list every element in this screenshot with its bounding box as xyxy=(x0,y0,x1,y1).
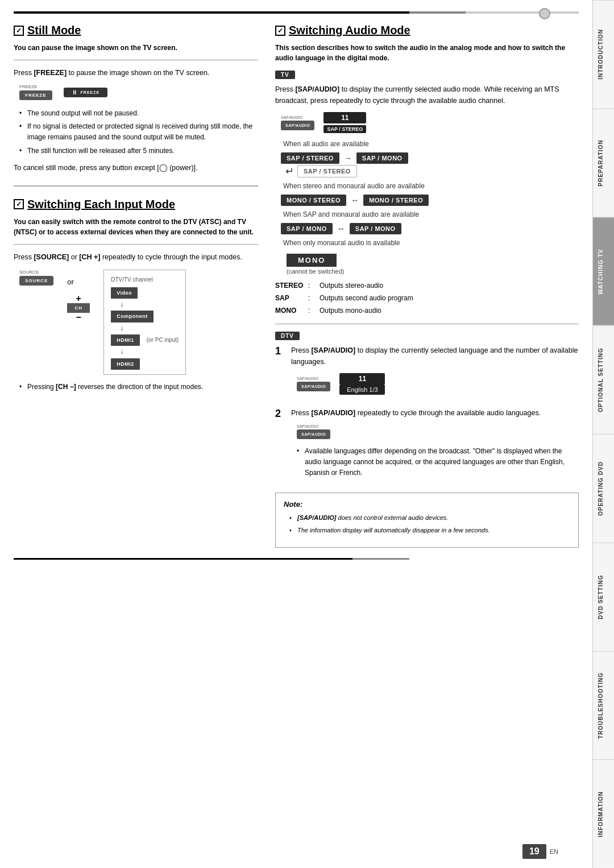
sap-mono-btn-2: SAP / MONO xyxy=(350,223,401,234)
step-num-1: 1 xyxy=(275,345,285,402)
sap-btn-group-3: SAP/AUDIO SAP/AUDIO xyxy=(297,424,330,439)
still-mode-body: Press [FREEZE] to pause the image shown … xyxy=(14,67,258,78)
switching-input-heading: ✓ Switching Each Input Mode xyxy=(14,198,258,211)
step-2-text: Press [SAP/AUDIO] repeatedly to cycle th… xyxy=(291,407,579,419)
tv-badge: TV xyxy=(275,71,295,79)
component-item: Component xyxy=(111,311,179,322)
mono-value: Outputs mono-audio xyxy=(320,305,381,316)
hdmi1-item: HDMI1 (or PC input) xyxy=(111,334,179,346)
bullet-3: The still function will be released afte… xyxy=(19,146,258,156)
switching-audio-title: Switching Audio Mode xyxy=(289,24,410,37)
sidebar-tab-operating-dvd[interactable]: OPERATING DVD xyxy=(593,434,614,543)
sap-button-2: SAP/AUDIO xyxy=(297,382,330,391)
freeze-remote-label: FREEZE xyxy=(81,90,100,94)
col-left: ✓ Still Mode You can pause the image sho… xyxy=(14,24,258,548)
sidebar-tab-information[interactable]: INFORMATION xyxy=(593,759,614,868)
display-11: 11 xyxy=(323,112,366,123)
stereo-mono-row: MONO / STEREO ↔ MONO / STEREO xyxy=(281,195,579,206)
stereo-value: Outputs stereo-audio xyxy=(320,280,383,291)
channel-flow-title: DTV/TV channel xyxy=(111,275,179,285)
top-rule xyxy=(14,11,579,14)
en-label: EN xyxy=(550,848,558,855)
arrow-both-2: ↔ xyxy=(337,224,345,233)
sidebar-tab-preparation[interactable]: PREPARATION xyxy=(593,109,614,217)
step-2: 2 Press [SAP/AUDIO] repeatedly to cycle … xyxy=(275,407,579,485)
sidebar-tab-watching-tv[interactable]: WATCHING TV xyxy=(593,217,614,326)
step-1: 1 Press [SAP/AUDIO] to display the curre… xyxy=(275,345,579,402)
source-btn-group: SOURCE SOURCE xyxy=(19,270,53,286)
section-rule-dtv xyxy=(275,324,579,324)
sidebar-tab-dvd-setting[interactable]: DVD SETTING xyxy=(593,543,614,651)
arrow-3: ↓ xyxy=(120,346,179,358)
switching-audio-section: ✓ Switching Audio Mode This section desc… xyxy=(275,24,579,548)
two-col-layout: ✓ Still Mode You can pause the image sho… xyxy=(14,24,579,548)
switching-input-title: Switching Each Input Mode xyxy=(27,198,175,211)
arrow-2: ↓ xyxy=(120,323,179,335)
step1-display-group: 11 English 1/3 xyxy=(339,373,385,395)
hdmi1-box: HDMI1 xyxy=(111,334,140,346)
audio-flow-diagrams: When all audio are available SAP / STERE… xyxy=(281,140,579,275)
note-title: Note: xyxy=(284,499,570,511)
sap-label-top-3: SAP/AUDIO xyxy=(297,424,330,428)
sidebar: INTRODUCTION PREPARATION WATCHING TV OPT… xyxy=(592,0,614,868)
sidebar-tab-optional-setting[interactable]: OPTIONAL SETTING xyxy=(593,325,614,434)
or-divider: or + CH − xyxy=(67,270,90,322)
sap-illus-3: SAP/AUDIO SAP/AUDIO xyxy=(297,424,579,439)
input-bullets: Pressing [CH −] reverses the direction o… xyxy=(14,382,258,392)
sidebar-tab-introduction[interactable]: INTRODUCTION xyxy=(593,0,614,109)
cannot-switch: (cannot be switched) xyxy=(287,268,579,275)
step1-display-11: 11 xyxy=(339,373,385,385)
sap-mono-label: When SAP and monaural audio are availabl… xyxy=(283,210,579,218)
sap-mono-row: SAP / MONO ↔ SAP / MONO xyxy=(281,223,579,234)
step-1-text: Press [SAP/AUDIO] to display the current… xyxy=(291,345,579,367)
freeze-button-illus: FREEZE FREEZE ⏸ FREEZE xyxy=(19,84,258,100)
ch-minus: − xyxy=(76,313,81,322)
component-box: Component xyxy=(111,311,154,322)
sap-def: SAP : Outputs second audio program xyxy=(275,293,579,303)
arrow-1: ↓ xyxy=(120,299,179,311)
sap-display-group: 11 SAP / STEREO xyxy=(323,112,366,133)
cancel-text: To cancel still mode, press any button e… xyxy=(14,162,258,174)
mono-display: MONO xyxy=(287,254,337,267)
sap-colon: : xyxy=(308,293,315,303)
stereo-key: STEREO xyxy=(275,280,304,291)
hdmi2-box: HDMI2 xyxy=(111,358,140,370)
switching-input-body: Press [SOURCE] or [CH +] repeatedly to c… xyxy=(14,251,258,263)
col-right: ✓ Switching Audio Mode This section desc… xyxy=(275,24,579,548)
mono-stereo-btn-2: MONO / STEREO xyxy=(363,195,429,206)
dtv-bullet-1: Available languages differ depending on … xyxy=(297,446,579,479)
note-bullets: [SAP/AUDIO] does not control external au… xyxy=(284,513,570,535)
sap-key: SAP xyxy=(275,293,304,303)
freeze-remote-button: ⏸ FREEZE xyxy=(64,88,108,97)
switching-input-subtitle: You can easily switch with the remote co… xyxy=(14,217,258,237)
step-1-content: Press [SAP/AUDIO] to display the current… xyxy=(291,345,579,402)
main-content: ✓ Still Mode You can pause the image sho… xyxy=(0,0,592,868)
section-rule-1 xyxy=(14,60,258,60)
dtv-badge: DTV xyxy=(275,332,300,340)
note-bullet-1: [SAP/AUDIO] does not control external au… xyxy=(289,513,570,523)
page-wrapper: ✓ Still Mode You can pause the image sho… xyxy=(0,0,614,868)
note-box: Note: [SAP/AUDIO] does not control exter… xyxy=(275,493,579,548)
page-num-area: 19 EN xyxy=(522,844,558,859)
reverse-bullet: Pressing [CH −] reverses the direction o… xyxy=(19,382,258,392)
pause-icon: ⏸ xyxy=(72,89,78,96)
video-box: Video xyxy=(111,287,138,299)
stereo-colon: : xyxy=(308,280,315,291)
checkbox-icon-3: ✓ xyxy=(275,26,285,36)
still-mode-heading: ✓ Still Mode xyxy=(14,24,258,37)
still-mode-title: Still Mode xyxy=(27,24,81,37)
source-illus: SOURCE SOURCE or + CH − xyxy=(19,270,258,375)
mono-only-label: When only monaural audio is available xyxy=(283,239,579,247)
bullet-1: The sound output will not be paused. xyxy=(19,108,258,119)
sidebar-tab-troubleshooting[interactable]: TROUBLESHOOTING xyxy=(593,651,614,760)
section-rule-2 xyxy=(14,244,258,245)
arrow-both-1: ↔ xyxy=(351,196,359,205)
sap-button-1: SAP/AUDIO xyxy=(281,121,314,130)
sap-stereo-btn: SAP / STEREO xyxy=(281,152,339,164)
arrow-right-1: → xyxy=(344,154,352,163)
stereo-def: STEREO : Outputs stereo-audio xyxy=(275,280,579,291)
still-mode-section: ✓ Still Mode You can pause the image sho… xyxy=(14,24,258,174)
mono-def: MONO : Outputs mono-audio xyxy=(275,305,579,316)
hdmi1-note: (or PC input) xyxy=(147,335,179,345)
page-number: 19 xyxy=(522,844,546,859)
